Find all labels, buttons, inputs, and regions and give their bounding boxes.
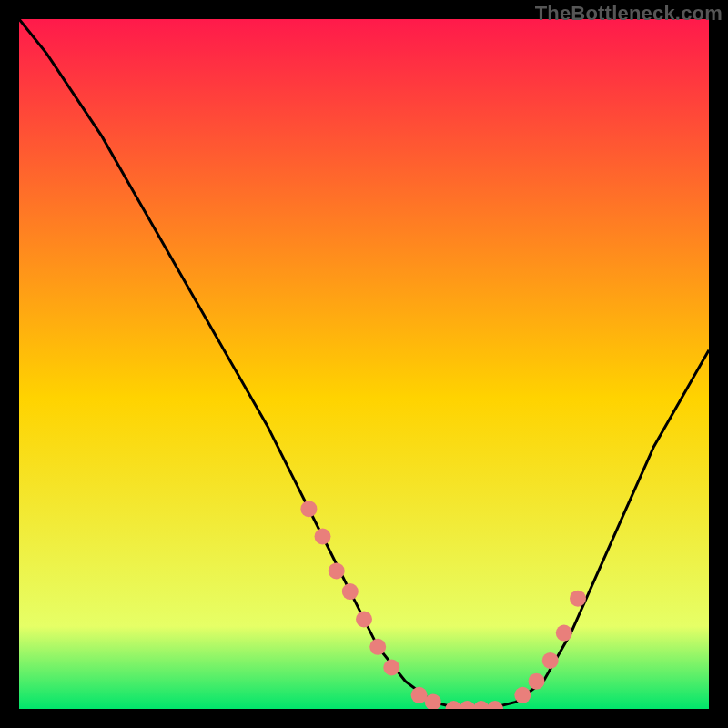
marker-dot xyxy=(329,562,345,579)
marker-dot xyxy=(315,529,331,545)
bottleneck-chart xyxy=(19,19,709,709)
marker-dot xyxy=(300,500,317,517)
marker-dot xyxy=(514,687,531,703)
marker-dot xyxy=(529,673,545,690)
marker-dot xyxy=(356,612,372,628)
marker-dot xyxy=(542,652,559,669)
marker-dot xyxy=(369,639,386,655)
marker-dot xyxy=(556,625,572,642)
marker-dot xyxy=(383,660,399,676)
marker-dot xyxy=(342,583,359,600)
chart-frame xyxy=(19,19,709,709)
watermark-text: TheBottleneck.com xyxy=(535,2,723,25)
marker-dot xyxy=(570,591,586,607)
gradient-background xyxy=(19,19,709,709)
